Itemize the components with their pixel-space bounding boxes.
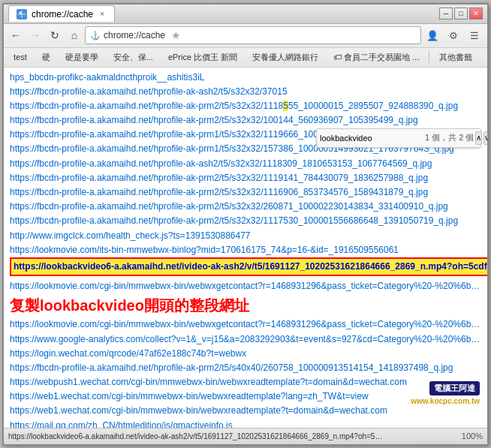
address-bar[interactable]: ⚓ chrome://cache ★ <box>85 26 421 44</box>
find-toolbar: 1 個，共 2 個 ∧ ∨ ✕ <box>316 128 481 148</box>
address-text: chrome://cache <box>104 30 165 41</box>
bookmark-trade[interactable]: 🏷 會員二手交易園地 ... <box>327 50 426 65</box>
cache-link-2[interactable]: https://fbcdn-profile-a.akamaihd.net/hpr… <box>10 99 481 113</box>
browser-tab[interactable]: chrome://cache × <box>8 5 115 22</box>
home-button[interactable]: ⌂ <box>65 26 83 44</box>
find-prev-button[interactable]: ∧ <box>475 131 482 145</box>
cache-link-11[interactable]: http://www.imgclck.com/health_check.js?t… <box>10 229 481 243</box>
menu-button[interactable]: ☰ <box>465 26 484 44</box>
tab-close-button[interactable]: × <box>98 10 107 19</box>
status-url: https://lookbackvideo6-a.akamaihd.net/iv… <box>8 432 384 440</box>
cache-link-7[interactable]: https://fbcdn-profile-a.akamaihd.net/hpr… <box>10 171 481 185</box>
cache-link-10[interactable]: https://fbcdn-profile-a.akamaihd.net/hpr… <box>10 214 481 228</box>
tab-label: chrome://cache <box>32 9 93 20</box>
minimize-button[interactable]: ─ <box>439 8 453 20</box>
cache-link-0[interactable]: hps_bbcdn-profikc-aakmaldncthproik__ashi… <box>10 71 481 85</box>
cache-link-9[interactable]: https://fbcdn-profile-a.akamaihd.net/hpr… <box>10 200 481 214</box>
window-controls: ─ □ ✕ <box>439 8 483 20</box>
cache-link-16[interactable]: https://lookmovie.com/cgi-bin/mmwebwx-bi… <box>10 317 481 332</box>
status-bar: https://lookbackvideo6-a.akamaihd.net/iv… <box>4 428 487 444</box>
find-next-button[interactable]: ∨ <box>483 131 487 145</box>
cache-link-23[interactable]: https://mail.qq.com/zh_CN/htmledition/js… <box>10 419 481 428</box>
cache-link-19[interactable]: https://fbcdn-profile-a.akamaihd.net/hpr… <box>10 361 481 375</box>
person-icon-button[interactable]: 👤 <box>423 26 442 44</box>
status-bar-right: 100% <box>462 431 483 440</box>
bookmark-separator <box>429 51 429 63</box>
browser-window: chrome://cache × ─ □ ✕ ← → ↻ ⌂ ⚓ chrome:… <box>2 3 489 446</box>
cache-link-14[interactable]: https://lookmovie.com/cgi-bin/mmwebwx-bi… <box>10 279 481 293</box>
bookmarks-bar: test 硬 硬是要學 安全、保... ePrice 比價王 新聞 安養優人網路… <box>4 48 487 68</box>
find-count: 1 個，共 2 個 <box>425 132 474 143</box>
bookmark-star-button[interactable]: ★ <box>168 28 183 43</box>
find-input[interactable] <box>320 134 423 143</box>
page-icon: ⚓ <box>90 31 101 41</box>
annotation-instruction: 复製lookbackvideo開頭的整段網址 <box>10 295 481 316</box>
cache-link-12[interactable]: https://lookmovie.com/its-bin-mmwebwx-bi… <box>10 243 481 257</box>
cache-link-22[interactable]: https://web1.wechat.com/cgi-bin/mmwebwx-… <box>10 404 481 418</box>
watermark-logo: 電腦王阿達 <box>429 381 480 395</box>
bookmark-bank[interactable]: 安養優人網路銀行 <box>246 50 325 65</box>
bookmark-more[interactable]: 其他書籤 <box>432 50 479 65</box>
title-bar: chrome://cache × ─ □ ✕ <box>4 5 487 24</box>
maximize-button[interactable]: □ <box>454 8 468 20</box>
nav-bar: ← → ↻ ⌂ ⚓ chrome://cache ★ 👤 ⚙ ☰ <box>4 24 487 48</box>
browser-body: 1 個，共 2 個 ∧ ∨ ✕ hps_bbcdn-profikc-aakmal… <box>4 68 487 428</box>
close-button[interactable]: ✕ <box>469 8 483 20</box>
page-content[interactable]: hps_bbcdn-profikc-aakmaldncthproik__ashi… <box>4 68 487 428</box>
zoom-level: 100% <box>462 431 483 440</box>
bookmark-eprice[interactable]: ePrice 比價王 新聞 <box>161 50 244 65</box>
cache-link-17[interactable]: https://www.google-analytics.com/collect… <box>10 332 481 347</box>
bookmark-test[interactable]: test <box>7 50 34 65</box>
svg-point-1 <box>20 11 22 14</box>
tab-favicon <box>17 9 27 20</box>
bookmark-security[interactable]: 安全、保... <box>107 50 160 65</box>
reload-button[interactable]: ↻ <box>46 26 64 44</box>
watermark: 電腦王阿達 www.kocpc.com.tw <box>411 381 480 405</box>
cache-link-8[interactable]: https://fbcdn-profile-a.akamaihd.net/hpr… <box>10 185 481 200</box>
watermark-url: www.kocpc.com.tw <box>411 397 480 405</box>
cache-link-18[interactable]: https://login.wechat.com/qrcode/47af62e1… <box>10 347 481 361</box>
wrench-icon-button[interactable]: ⚙ <box>444 26 463 44</box>
cache-link-lookbackvideo[interactable]: https://lookbackvideo6-a.akamaihd.net/iv… <box>10 257 487 276</box>
title-bar-left: chrome://cache × <box>8 5 436 22</box>
cache-link-1[interactable]: https://fbcdn-profile-a.akamaihd.net/hpr… <box>10 85 481 99</box>
cache-link-6[interactable]: https://fbcdn-profile-a.akamaihd.net/hpr… <box>10 157 481 171</box>
back-button[interactable]: ← <box>7 26 25 44</box>
bookmark-hard[interactable]: 硬 <box>35 50 57 65</box>
forward-button[interactable]: → <box>26 26 44 44</box>
cache-link-3[interactable]: https://fbcdn-profile-a.akamaihd.net/hpr… <box>10 113 481 128</box>
nav-right-icons: 👤 ⚙ ☰ <box>423 26 484 44</box>
bookmark-hard-study[interactable]: 硬是要學 <box>59 50 105 65</box>
